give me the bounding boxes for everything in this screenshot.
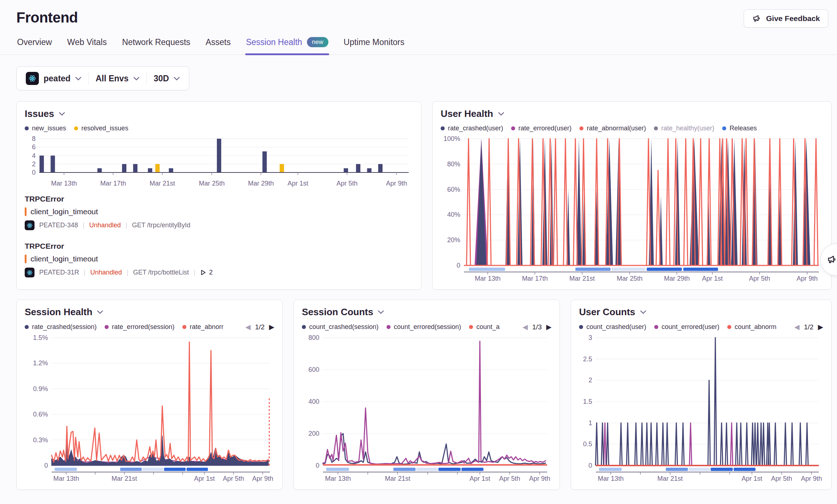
issues-chart[interactable]: 86420Mar 13thMar 17thMar 21stMar 25thMar… [25,134,413,189]
svg-text:Mar 21st: Mar 21st [569,275,595,282]
svg-text:2: 2 [589,377,592,384]
page-prev-icon[interactable]: ◀ [245,323,251,331]
svg-text:Mar 25th: Mar 25th [199,180,225,187]
meta-divider: | [83,221,85,229]
environment-filter[interactable]: All Envs [89,74,146,84]
tab-uptime-monitors[interactable]: Uptime Monitors [343,33,405,54]
legend-label: rate_errored(session) [112,323,174,331]
chevron-down-icon [75,77,81,81]
session-counts-title-dropdown[interactable]: Session Counts [302,306,551,318]
svg-text:Apr 5th: Apr 5th [771,475,792,482]
page-prev-icon[interactable]: ◀ [522,323,528,331]
user-counts-legend: count_crashed(user)count_errored(user)co… [579,323,823,331]
svg-text:Mar 13th: Mar 13th [51,180,77,187]
session-counts-panel: Session Counts count_crashed(session)cou… [294,300,560,490]
tab-assets[interactable]: Assets [205,33,231,54]
tab-network-requests[interactable]: Network Requests [121,33,191,54]
meta-divider: | [125,221,127,229]
replay-count[interactable]: 2 [200,269,213,276]
svg-text:1.5%: 1.5% [33,334,48,341]
chevron-down-icon [174,77,180,81]
play-icon [200,269,206,276]
legend-item[interactable]: resolved_issues [74,125,128,132]
error-level-bar [25,207,27,216]
svg-text:Apr 9th: Apr 9th [797,275,818,282]
page-prev-icon[interactable]: ◀ [794,323,800,331]
svg-text:1: 1 [589,419,592,427]
svg-text:2: 2 [32,160,36,168]
legend-pagination: ◀ 1/2 ▶ [245,323,274,331]
legend-item[interactable]: rate_abnorr [182,323,223,331]
project-filter[interactable]: peated [19,72,88,85]
svg-text:80%: 80% [447,160,460,168]
page-next-icon[interactable]: ▶ [818,323,823,331]
give-feedback-button[interactable]: Give Feedback [744,9,828,28]
legend-label: Releases [729,125,757,132]
page-next-icon[interactable]: ▶ [546,323,551,331]
chevron-down-icon [640,310,646,314]
issue-type[interactable]: TRPCError [25,242,413,251]
legend-item[interactable]: rate_abnormal(user) [579,125,646,132]
svg-text:0: 0 [589,462,592,469]
user-health-legend: rate_crashed(user)rate_errored(user)rate… [441,125,823,132]
react-project-icon [25,220,35,230]
user-health-chart[interactable]: 100%80%60%40%20%0Mar 13thMar 17thMar 21s… [441,134,823,283]
legend-label: rate_healthy(user) [661,125,714,132]
svg-text:200: 200 [308,430,319,437]
legend-dot-icon [387,325,391,329]
legend-item[interactable]: rate_crashed(session) [25,323,97,331]
svg-text:Mar 21st: Mar 21st [150,180,175,187]
session-counts-chart[interactable]: 8006004002000Mar 13thMar 21stApr 1stApr … [302,333,551,483]
app-root: Frontend Give Feedback Overview Web Vita… [0,0,837,504]
tab-overview[interactable]: Overview [16,33,53,54]
legend-dot-icon [722,126,726,130]
page-next-icon[interactable]: ▶ [269,323,274,331]
react-project-icon [25,268,35,277]
session-health-chart[interactable]: 1.5%1.2%0.9%0.6%0.3%0Mar 13thMar 21stApr… [25,333,274,483]
issue-type[interactable]: TRPCError [25,195,413,203]
chevron-down-icon [378,310,384,314]
issue-short-id[interactable]: PEATED-348 [39,221,78,229]
pagination-text: 1/2 [255,323,264,331]
user-counts-chart[interactable]: 32.521.510.50Mar 13thMar 21stApr 1stApr … [579,333,823,483]
megaphone-icon [826,254,837,265]
svg-text:1.2%: 1.2% [33,359,48,367]
chevron-down-icon [133,77,140,81]
issues-title-dropdown[interactable]: Issues [25,108,413,119]
legend-item[interactable]: count_abnorm [727,323,776,331]
legend-item[interactable]: count_errored(session) [387,323,461,331]
svg-text:400: 400 [308,398,319,405]
tab-bar: Overview Web Vitals Network Requests Ass… [0,33,837,55]
meta-divider: | [84,269,86,276]
date-range-filter[interactable]: 30D [147,74,187,84]
page-title: Frontend [16,9,78,26]
svg-text:Apr 9th: Apr 9th [252,475,273,482]
legend-dot-icon [579,126,583,130]
legend-item[interactable]: rate_errored(session) [105,323,174,331]
issue-short-id[interactable]: PEATED-31R [39,269,79,276]
legend-item[interactable]: rate_errored(user) [511,125,571,132]
tab-web-vitals[interactable]: Web Vitals [66,33,108,54]
legend-item[interactable]: count_crashed(session) [302,323,379,331]
legend-item[interactable]: count_errored(user) [654,323,719,331]
tab-session-health[interactable]: Session Health new [245,33,329,54]
legend-item[interactable]: count_a [469,323,500,331]
page-header: Frontend Give Feedback [0,0,837,28]
legend-item[interactable]: rate_healthy(user) [654,125,714,132]
legend-item[interactable]: count_crashed(user) [579,323,646,331]
user-counts-title-dropdown[interactable]: User Counts [579,306,823,318]
session-health-title-dropdown[interactable]: Session Health [25,306,274,318]
svg-text:6: 6 [32,143,36,151]
legend-dot-icon [511,126,515,130]
legend-label: count_abnorm [735,323,776,331]
legend-item[interactable]: Releases [722,125,757,132]
legend-item[interactable]: rate_crashed(user) [441,125,503,132]
session-counts-legend: count_crashed(session)count_errored(sess… [302,323,551,331]
svg-text:3: 3 [589,334,592,341]
legend-label: count_a [476,323,500,331]
legend-label: new_issues [32,125,66,132]
legend-label: count_errored(user) [662,323,719,331]
legend-item[interactable]: new_issues [25,125,66,132]
svg-text:Mar 29th: Mar 29th [248,180,274,187]
user-health-title-dropdown[interactable]: User Health [441,108,823,119]
